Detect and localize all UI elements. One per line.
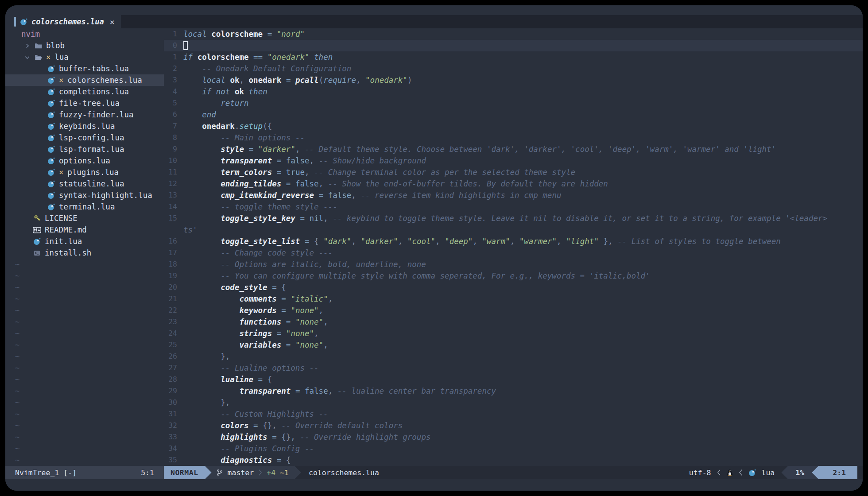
code-line: ts': [164, 224, 863, 236]
line-number: 23: [164, 316, 182, 328]
tabline: colorschemes.lua ×: [5, 5, 863, 28]
code-line-content[interactable]: colors = {}, -- Override default colors: [182, 420, 863, 431]
line-number: 2: [164, 63, 182, 74]
line-number: 19: [164, 270, 182, 282]
code-line-content[interactable]: -- Change code style ---: [182, 247, 863, 259]
code-line-content[interactable]: return: [182, 97, 863, 109]
nvimtree-cursor-position: 5:1: [141, 469, 154, 477]
command-line[interactable]: [5, 479, 863, 491]
lua-file-icon: [47, 100, 55, 107]
code-line-content[interactable]: term_colors = true, -- Change terminal c…: [182, 167, 863, 178]
code-line-content[interactable]: toggle_style_key = nil, -- keybind to to…: [182, 213, 863, 224]
code-line-content[interactable]: if colorscheme == "onedark" then: [182, 51, 863, 63]
empty-line-tilde: ~: [5, 328, 164, 339]
code-line-content[interactable]: [182, 40, 863, 51]
chevron-right-icon[interactable]: [24, 43, 31, 49]
tree-item-completions-lua[interactable]: completions.lua: [5, 86, 164, 97]
line-number: 1: [164, 28, 182, 40]
code-line-content[interactable]: ts': [182, 224, 863, 236]
lua-file-icon: [47, 203, 55, 211]
tree-item-install-sh[interactable]: install.sh: [5, 247, 164, 259]
empty-line-tilde: ~: [5, 397, 164, 408]
code-line-content[interactable]: comments = "italic",: [182, 293, 863, 305]
code-line-content[interactable]: toggle_style_list = { "dark", "darker", …: [182, 236, 863, 247]
line-number: 13: [164, 190, 182, 201]
code-line-content[interactable]: local colorscheme = "nord": [182, 28, 863, 40]
statusline: NvimTree_1 [-] 5:1 NORMAL master +4 ~1 c…: [5, 466, 863, 479]
code-line-content[interactable]: local ok, onedark = pcall(require, "oned…: [182, 74, 863, 86]
tree-item-init-lua[interactable]: init.lua: [5, 236, 164, 247]
tab-title: colorschemes.lua: [31, 17, 104, 26]
empty-line-tilde: ~: [5, 270, 164, 282]
tree-item-colorschemes-lua[interactable]: ×colorschemes.lua: [5, 74, 164, 86]
tree-item-label: install.sh: [45, 248, 91, 257]
code-line-content[interactable]: if not ok then: [182, 86, 863, 97]
code-line: 31 -- Custom Highlights --: [164, 408, 863, 420]
code-line-content[interactable]: transparent = false, -- Show/hide backgr…: [182, 155, 863, 167]
tree-item-fuzzy-finder-lua[interactable]: fuzzy-finder.lua: [5, 109, 164, 120]
tree-item-license[interactable]: LICENSE: [5, 213, 164, 224]
code-line-content[interactable]: -- Main options --: [182, 132, 863, 143]
line-number: 26: [164, 351, 182, 362]
lua-file-icon: [47, 123, 55, 130]
code-line-content[interactable]: diagnostics = {: [182, 454, 863, 466]
empty-line-tilde: ~: [5, 385, 164, 397]
tree-item-options-lua[interactable]: options.lua: [5, 155, 164, 167]
code-line: 27 -- Lualine options --: [164, 362, 863, 374]
code-line-content[interactable]: keywords = "none",: [182, 305, 863, 316]
tree-item-plugins-lua[interactable]: ×plugins.lua: [5, 167, 164, 178]
code-line-content[interactable]: ending_tildes = false, -- Show the end-o…: [182, 178, 863, 190]
code-line-content[interactable]: highlights = {}, -- Override highlight g…: [182, 431, 863, 443]
tab-close-icon[interactable]: ×: [110, 17, 115, 27]
code-line-content[interactable]: -- Options are italic, bold, underline, …: [182, 259, 863, 270]
code-line-content[interactable]: -- Lualine options --: [182, 362, 863, 374]
code-line-content[interactable]: },: [182, 397, 863, 408]
code-line-content[interactable]: cmp_itemkind_reverse = false, -- reverse…: [182, 190, 863, 201]
tab-colorschemes[interactable]: colorschemes.lua ×: [14, 15, 121, 28]
tree-item-label: README.md: [45, 225, 87, 234]
code-line-content[interactable]: },: [182, 351, 863, 362]
empty-line-tilde: ~: [5, 420, 164, 431]
tree-item-buffer-tabs-lua[interactable]: buffer-tabs.lua: [5, 63, 164, 74]
tree-item-lsp-config-lua[interactable]: lsp-config.lua: [5, 132, 164, 143]
code-line: 18 -- Options are italic, bold, underlin…: [164, 259, 863, 270]
code-line: 5 return: [164, 97, 863, 109]
code-line-content[interactable]: -- Onedark Default Configuration: [182, 63, 863, 74]
code-line-content[interactable]: end: [182, 109, 863, 120]
tree-item-keybinds-lua[interactable]: keybinds.lua: [5, 120, 164, 132]
tabline-fill: [121, 15, 863, 28]
code-line-content[interactable]: lualine = {: [182, 374, 863, 385]
tree-item-nvim[interactable]: nvim: [5, 28, 164, 40]
line-number: 27: [164, 362, 182, 374]
modified-icon: ×: [59, 168, 63, 177]
code-line-content[interactable]: code_style = {: [182, 282, 863, 293]
line-number: 30: [164, 397, 182, 408]
code-line-content[interactable]: strings = "none",: [182, 328, 863, 339]
code-line-content[interactable]: -- You can configure multiple style with…: [182, 270, 863, 282]
tree-item-blob[interactable]: blob: [5, 40, 164, 51]
statusline-spacer: [379, 466, 689, 479]
tree-item-statusline-lua[interactable]: statusline.lua: [5, 178, 164, 190]
tree-item-terminal-lua[interactable]: terminal.lua: [5, 201, 164, 213]
tree-item-lua[interactable]: ×lua: [5, 51, 164, 63]
line-number: 25: [164, 339, 182, 351]
code-line-content[interactable]: variables = "none",: [182, 339, 863, 351]
chevron-down-icon[interactable]: [24, 54, 31, 61]
empty-line-tilde: ~: [5, 282, 164, 293]
code-line-content[interactable]: functions = "none",: [182, 316, 863, 328]
lua-file-icon: [47, 77, 55, 84]
code-line-content[interactable]: -- Custom Highlights --: [182, 408, 863, 420]
code-line-content[interactable]: -- Plugins Config --: [182, 443, 863, 454]
tree-item-label: buffer-tabs.lua: [59, 64, 129, 73]
code-line-content[interactable]: transparent = false, -- lualine center b…: [182, 385, 863, 397]
tree-item-syntax-highlight-lua[interactable]: syntax-highlight.lua: [5, 190, 164, 201]
code-line-content[interactable]: onedark.setup({: [182, 120, 863, 132]
tree-item-lsp-format-lua[interactable]: lsp-format.lua: [5, 143, 164, 155]
tree-item-readme-md[interactable]: README.md: [5, 224, 164, 236]
tree-item-file-tree-lua[interactable]: file-tree.lua: [5, 97, 164, 109]
modified-icon: ×: [46, 53, 50, 62]
code-line: 30 },: [164, 397, 863, 408]
code-line-content[interactable]: style = "darker", -- Default theme style…: [182, 143, 863, 155]
line-number: 1: [164, 51, 182, 63]
code-line-content[interactable]: -- toggle theme style ---: [182, 201, 863, 213]
